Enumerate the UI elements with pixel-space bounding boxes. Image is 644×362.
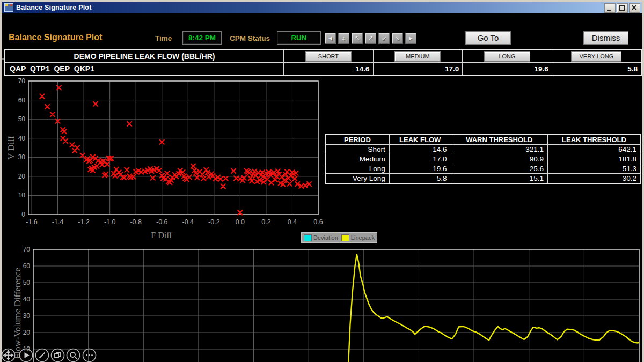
svg-text:10: 10 [18, 191, 26, 199]
table-row: Very Long 5.8 15.1 30.2 [325, 174, 641, 184]
scatter-y-axis-label: V Diff [6, 136, 16, 160]
svg-text:-1.0: -1.0 [104, 218, 116, 226]
svg-text:50: 50 [23, 279, 31, 286]
pan-icon[interactable] [1, 348, 16, 362]
column-header-warn-threshold: WARN THRESHOLD [451, 135, 548, 145]
window-title: Balance Signature Plot [16, 4, 92, 11]
maximize-icon [619, 5, 625, 11]
step-up-left-icon: ↖ [355, 35, 360, 41]
minimize-button[interactable] [604, 3, 616, 13]
go-to-button[interactable]: Go To [465, 31, 511, 45]
step-up-left-button[interactable]: ↖ [352, 33, 363, 44]
cpm-status-value-box: RUN [277, 31, 321, 45]
legend-item-linepack[interactable]: Linepack [341, 234, 375, 241]
period-button-short[interactable]: SHORT [305, 51, 352, 62]
leak-flow-table: DEMO PIPELINE LEAK FLOW (BBL/HR) SHORT M… [4, 49, 642, 76]
table-row: Medium 17.0 90.9 181.8 [325, 154, 641, 164]
step-down-left-button[interactable]: ↙ [378, 33, 390, 44]
table-row: QAP_QTP1_QEP_QKP1 14.6 17.0 19.6 5.8 [5, 63, 641, 76]
svg-text:-0.8: -0.8 [130, 218, 142, 226]
time-label: Time [155, 34, 172, 42]
svg-text:0.6: 0.6 [313, 218, 323, 226]
pipeline-name: QAP_QTP1_QEP_QKP1 [5, 63, 283, 76]
dismiss-button[interactable]: Dismiss [583, 31, 628, 45]
svg-text:-0.4: -0.4 [182, 218, 194, 226]
svg-text:70: 70 [18, 77, 26, 85]
more-icon[interactable] [82, 348, 97, 362]
balance-signature-plot-window: Balance Signature Plot Balance Signature… [0, 0, 644, 362]
chart-legend: Deviation Linepack [301, 232, 377, 243]
svg-text:60: 60 [18, 97, 26, 104]
svg-text:-0.6: -0.6 [156, 218, 168, 226]
period-button-long[interactable]: LONG [484, 51, 530, 62]
cpm-status-label: CPM Status [230, 34, 270, 42]
svg-text:0: 0 [21, 211, 25, 218]
leak-flow-medium-value: 17.0 [373, 63, 463, 76]
step-up-right-button[interactable]: ↗ [365, 33, 376, 44]
deviation-swatch-icon [304, 234, 312, 241]
svg-text:40: 40 [23, 295, 31, 303]
maximize-button[interactable] [617, 3, 628, 13]
leak-flow-short-value: 14.6 [283, 63, 373, 76]
linepack-series-line [347, 254, 639, 362]
svg-text:-1.4: -1.4 [52, 218, 64, 226]
svg-text:-1.2: -1.2 [78, 218, 90, 226]
edit-icon[interactable] [35, 348, 49, 362]
svg-text:0.4: 0.4 [288, 218, 297, 226]
column-header-leak-threshold: LEAK THRESHOLD [548, 135, 641, 145]
svg-text:-1.6: -1.6 [26, 218, 38, 226]
minimize-icon [607, 10, 611, 11]
pan-move-button[interactable]: ↔↕ [338, 33, 349, 44]
step-up-right-icon: ↗ [368, 35, 373, 41]
step-right-icon: ► [408, 35, 414, 41]
svg-text:40: 40 [18, 135, 26, 142]
svg-text:20: 20 [23, 329, 31, 336]
zoom-icon[interactable] [66, 348, 80, 362]
step-down-left-icon: ↙ [382, 35, 386, 41]
column-header-leak-flow: LEAK FLOW [389, 135, 451, 145]
flow-volume-difference-trend-chart: 10203040506070Flow-Volume Difference [2, 245, 644, 362]
svg-text:0.2: 0.2 [261, 218, 270, 226]
step-down-right-icon: ↘ [395, 35, 400, 41]
step-down-right-button[interactable]: ↘ [392, 33, 403, 44]
time-value-box: 8:42 PM [182, 31, 222, 45]
pan-move-icon: ↔↕ [341, 35, 347, 41]
threshold-table: PERIOD LEAK FLOW WARN THRESHOLD LEAK THR… [325, 134, 641, 184]
svg-text:50: 50 [18, 115, 26, 123]
step-left-button[interactable]: ◄ [325, 33, 336, 44]
header-band: Balance Signature Plot Time 8:42 PM CPM … [2, 13, 642, 47]
svg-text:30: 30 [23, 312, 31, 320]
svg-text:70: 70 [23, 246, 31, 253]
step-right-button[interactable]: ► [405, 33, 416, 44]
page-title: Balance Signature Plot [9, 33, 102, 42]
title-bar: Balance Signature Plot [2, 2, 642, 13]
column-header-period: PERIOD [325, 135, 389, 145]
play-icon[interactable] [19, 348, 33, 362]
table-row: Short 14.6 321.1 642.1 [325, 145, 641, 154]
svg-text:0.0: 0.0 [236, 218, 245, 226]
app-icon [4, 3, 13, 12]
svg-text:60: 60 [23, 262, 31, 270]
balance-signature-scatter-chart: 010203040506070-1.6-1.4-1.2-1.0-0.8-0.6-… [2, 77, 324, 246]
period-button-medium[interactable]: MEDIUM [394, 51, 441, 62]
legend-item-deviation[interactable]: Deviation [304, 234, 338, 241]
svg-text:30: 30 [18, 153, 26, 161]
leak-flow-very-long-value: 5.8 [552, 63, 641, 76]
leak-flow-table-title: DEMO PIPELINE LEAK FLOW (BBL/HR) [5, 50, 283, 63]
copy-icon[interactable] [50, 348, 65, 362]
table-row: Long 19.6 25.6 51.3 [325, 164, 641, 174]
leak-flow-long-value: 19.6 [463, 63, 552, 76]
scatter-x-axis-label: F Diff [151, 231, 172, 240]
svg-text:-0.2: -0.2 [208, 218, 220, 226]
close-button[interactable] [629, 3, 640, 13]
step-left-icon: ◄ [327, 35, 333, 41]
period-button-very-long[interactable]: VERY LONG [571, 51, 621, 62]
pan-navigation-buttons: ◄↔↕↖↗↙↘► [325, 33, 416, 44]
svg-text:20: 20 [18, 173, 26, 180]
linepack-swatch-icon [341, 234, 349, 241]
trend-y-axis-label: Flow-Volume Difference [12, 268, 23, 359]
